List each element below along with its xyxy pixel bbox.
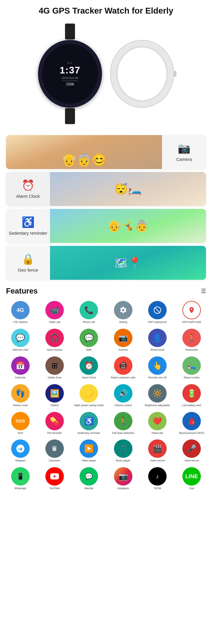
svg-line-1: [155, 308, 160, 313]
feature-item-sedentary-reminder: ♿Sedentary reminder: [73, 410, 105, 436]
feature-label-32: Video player: [82, 459, 96, 462]
feature-label-25: Pill reminder: [47, 432, 62, 435]
feature-item-camera: 📷Camera: [107, 327, 139, 353]
feature-item-low-battery-alert: 🔋Low battery alert: [175, 382, 208, 409]
feature-icon-41: LINE: [182, 467, 201, 486]
feature-icon-11: 🚶: [182, 329, 201, 347]
alarm-banner-icon: ⏰ Alarm Clock: [6, 172, 50, 206]
feature-item-line: LINELine: [175, 466, 208, 492]
feature-icon-6: 💬: [11, 329, 30, 347]
hamburger-icon[interactable]: ☰: [201, 288, 206, 294]
feature-item-pedometer: 🚶Pedometer: [175, 327, 208, 353]
alarm-label: Alarm Clock: [16, 194, 40, 199]
feature-label-8: SMS: [86, 348, 92, 352]
feature-icon-18: 👣: [11, 384, 30, 402]
feature-icon-22: 🔆: [148, 384, 167, 402]
feature-item-reject-unknown-calls: 📵Reject unknown calls: [107, 355, 139, 381]
feature-icon-28: ❤️: [148, 412, 167, 430]
feature-item-heart-rate: ❤️Heart rate: [141, 410, 174, 436]
feature-item-alarm-clock: ⏰Alarm Clock: [73, 355, 105, 381]
feature-icon-33: 🎵: [114, 440, 132, 458]
feature-label-37: YouTube: [49, 487, 60, 490]
watch-images-section: XII 1:37 20/10 Sun AM 1506: [0, 20, 212, 132]
feature-label-23: Low battery alert: [182, 404, 201, 407]
feature-icon-14: ⏰: [80, 356, 98, 375]
feature-label-14: Alarm Clock: [82, 376, 96, 380]
feature-icon-29: 🩸: [182, 412, 201, 430]
watch-side-image: [110, 40, 174, 108]
feature-item-setting: Setting: [107, 299, 139, 326]
feature-label-16: Remote turn off: [148, 376, 166, 380]
alarm-icon: ⏰: [22, 179, 35, 192]
geofence-banner: 🔒 Geo fence 🗺️📍: [6, 246, 206, 280]
feature-item-gps+wifi+lbs: GPS+WIFI+LBS: [175, 299, 208, 326]
feature-item-video-player: ▶️Video player: [73, 438, 105, 464]
feature-label-9: Camera: [119, 348, 128, 352]
feature-label-18: History route: [13, 404, 28, 407]
camera-icon: 📷: [178, 142, 191, 154]
feature-item-history-route: 👣History route: [4, 382, 37, 409]
feature-item-video-call: 📹Video call: [38, 299, 71, 326]
feature-label-17: Sleep monitor: [184, 376, 200, 380]
feature-label-35: Voice record: [184, 459, 199, 462]
feature-item-gallery: 🖼️Gallery: [38, 382, 71, 409]
feature-label-33: Music player: [116, 459, 130, 462]
feature-label-12: Calendar: [15, 376, 26, 380]
feature-icon-24: SOS: [11, 412, 30, 430]
features-title: Features: [6, 287, 38, 295]
sedentary-banner-icon: ♿ Sedentary reminder: [6, 209, 50, 243]
feature-item-volume-control: 🔊Volume control: [107, 382, 139, 409]
feature-icon-39: 📷: [114, 467, 132, 486]
feature-item-video-record: 🎬Video record: [141, 438, 174, 464]
feature-icon-10: 👤: [148, 329, 167, 347]
feature-item-wechat: 💬Wechat: [73, 466, 105, 492]
feature-item-calendar: 📅Calendar: [4, 355, 37, 381]
feature-label-34: Video record: [150, 459, 165, 462]
feature-item-youtube: YouTube: [38, 466, 71, 492]
feature-icon-1: 📹: [45, 301, 64, 319]
feature-label-3: Setting: [119, 320, 127, 324]
alarm-banner: 😴🛏️ ⏰ Alarm Clock: [6, 172, 206, 206]
camera-banner-image: 👴👵😊: [6, 135, 162, 169]
feature-icon-8: 💬: [80, 329, 98, 347]
feature-item-voice-record: 🎤Voice record: [175, 438, 208, 464]
feature-icon-20: 🌙: [80, 384, 98, 402]
feature-item-remote-turn-off: 👆Remote turn off: [141, 355, 174, 381]
feature-item-music-player: 🎵Music player: [107, 438, 139, 464]
feature-icon-16: 👆: [148, 356, 167, 375]
feature-label-38: Wechat: [84, 487, 93, 490]
feature-icon-4: [148, 301, 167, 319]
feature-label-10: Phone book: [150, 348, 164, 352]
page-title: 4G GPS Tracker Watch for Elderly: [0, 0, 212, 20]
features-header: Features ☰: [0, 283, 212, 297]
feature-label-21: Volume control: [115, 404, 132, 407]
feature-icon-13: ⊞: [45, 356, 64, 375]
features-grid: 4GLTE network📹Video call📞Phone callSetti…: [0, 297, 212, 498]
feature-item-phone-call: 📞Phone call: [73, 299, 105, 326]
watch-date: 20/10 Sun AM: [60, 76, 80, 80]
feature-item-lte-network: 4GLTE network: [4, 299, 37, 326]
feature-label-41: Line: [189, 487, 194, 490]
feature-label-13: Safety Zone: [48, 376, 62, 380]
sedentary-banner-image: 👴🤸👵: [50, 209, 206, 243]
feature-label-36: Whatsapp: [14, 487, 26, 490]
feature-item-safety-zone: ⊞Safety Zone: [38, 355, 71, 381]
feature-icon-38: 💬: [80, 467, 98, 486]
feature-label-15: Reject unknown calls: [111, 376, 135, 380]
feature-icon-37: [45, 467, 64, 486]
feature-label-31: Calculator: [49, 459, 61, 462]
feature-icon-17: 🛌: [182, 356, 201, 375]
feature-icon-9: 📷: [114, 329, 132, 347]
feature-icon-5: [182, 301, 201, 319]
camera-banner: 👴👵😊 📷 Camera: [6, 135, 206, 169]
feature-label-7: Voice monitor: [47, 348, 63, 352]
feature-item-ip67-waterproof: IP67 waterproof: [141, 299, 174, 326]
watch-steps: 1506: [60, 82, 80, 86]
feature-item-telegram: Telegram: [4, 438, 37, 464]
alarm-banner-image: 😴🛏️: [50, 172, 206, 206]
sedentary-banner: ♿ Sedentary reminder 👴🤸👵: [6, 209, 206, 243]
feature-icon-7: 🎧: [45, 329, 64, 347]
feature-label-29: Blood pressure SPO2: [179, 432, 204, 435]
feature-label-6: Intercom chat: [12, 348, 28, 352]
feature-icon-23: 🔋: [182, 384, 201, 402]
